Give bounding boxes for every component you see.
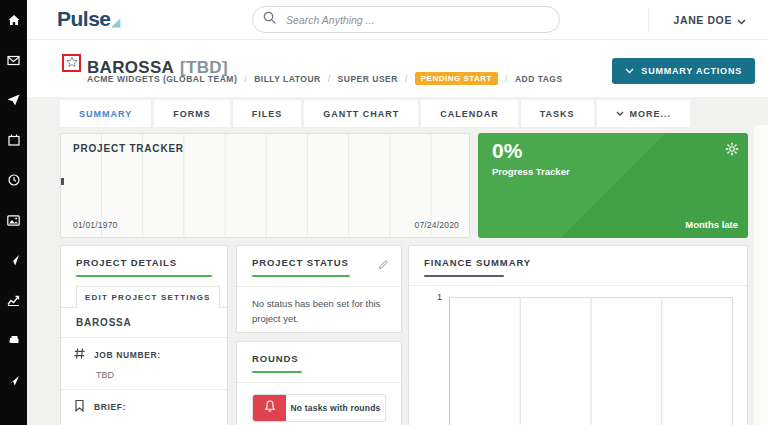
header-divider: [648, 7, 649, 33]
tab-label: CALENDAR: [440, 109, 499, 119]
edit-project-settings-button[interactable]: EDIT PROJECT SETTINGS: [76, 286, 220, 308]
field-brief: BRIEF:: [61, 390, 227, 425]
image-icon: [7, 215, 20, 226]
divider: [237, 382, 401, 383]
green-underline: [76, 275, 212, 277]
tab-label: SUMMARY: [79, 109, 132, 119]
sidebar-item-share[interactable]: [0, 360, 27, 400]
field-label: BRIEF:: [94, 402, 126, 412]
paper-plane-icon: [7, 94, 20, 106]
tab-more[interactable]: MORE...: [597, 100, 691, 127]
mail-icon: [7, 55, 20, 66]
finance-summary-card: FINANCE SUMMARY 1 USD: [408, 245, 748, 425]
slate-underline: [424, 275, 504, 277]
breadcrumb-separator: /: [405, 74, 408, 84]
green-underline: [252, 371, 302, 373]
logo-mark-icon: ◢: [112, 16, 120, 28]
sidebar-item-send[interactable]: [0, 80, 27, 120]
add-tags-link[interactable]: ADD TAGS: [515, 74, 563, 84]
rounds-empty-state: No tasks with rounds: [252, 394, 386, 422]
project-tracker-title: PROJECT TRACKER: [73, 143, 184, 154]
field-value: TBD: [96, 370, 212, 380]
finance-y-axis-tick: 1: [437, 292, 442, 302]
green-underline: [252, 275, 350, 277]
details-project-name: BAROSSA: [61, 308, 227, 338]
calendar-icon: [8, 134, 20, 146]
sidebar-item-calendar[interactable]: [0, 120, 27, 160]
status-badge[interactable]: PENDING START: [415, 72, 498, 85]
send-arrow-icon: [8, 374, 20, 386]
tab-gantt-chart[interactable]: GANTT CHART: [304, 100, 418, 127]
content-area: SUMMARY FORMS FILES GANTT CHART CALENDAR…: [27, 97, 768, 425]
tab-bar: SUMMARY FORMS FILES GANTT CHART CALENDAR…: [60, 100, 690, 127]
home-icon: [8, 14, 20, 26]
user-name: JANE DOE: [674, 14, 732, 26]
search-input[interactable]: [284, 13, 549, 27]
finance-chart-plot: [449, 297, 733, 425]
breadcrumb-team[interactable]: ACME WIDGETS (GLOBAL TEAM): [87, 74, 237, 84]
sidebar-item-home[interactable]: [0, 0, 27, 40]
project-title-bar: BAROSSA[TBD] ACME WIDGETS (GLOBAL TEAM) …: [27, 41, 768, 97]
summary-actions-button[interactable]: SUMMARY ACTIONS: [612, 58, 755, 84]
top-header: Pulse◢ JANE DOE: [27, 0, 768, 40]
tab-label: GANTT CHART: [323, 109, 399, 119]
tab-files[interactable]: FILES: [233, 100, 302, 127]
global-search[interactable]: [252, 6, 560, 33]
progress-note: Months late: [685, 219, 738, 230]
search-icon: [263, 11, 277, 29]
breadcrumb-separator: /: [328, 74, 331, 84]
tab-label: FILES: [252, 109, 283, 119]
project-status-card: PROJECT STATUS No status has been set fo…: [236, 245, 402, 333]
bookmark-icon: [73, 398, 86, 416]
bell-button[interactable]: [253, 395, 286, 421]
divider: [409, 285, 747, 286]
breadcrumb-role[interactable]: SUPER USER: [338, 74, 398, 84]
chart-line-icon: [7, 295, 20, 306]
sidebar: [0, 0, 27, 425]
chevron-down-icon: [616, 111, 624, 116]
tab-label: MORE...: [630, 109, 672, 119]
tab-label: FORMS: [173, 109, 211, 119]
scrollbar-track[interactable]: [754, 125, 768, 425]
breadcrumb-separator: /: [244, 74, 247, 84]
edit-settings-row: EDIT PROJECT SETTINGS: [61, 277, 227, 308]
progress-tracker-card: 0% Progress Tracker Months late: [478, 133, 748, 238]
star-icon: [66, 54, 78, 72]
project-status-title: PROJECT STATUS: [252, 257, 386, 268]
sidebar-item-media[interactable]: [0, 200, 27, 240]
sidebar-item-mail[interactable]: [0, 40, 27, 80]
breadcrumb: ACME WIDGETS (GLOBAL TEAM) / BILLY LATOU…: [87, 72, 563, 85]
rounds-empty-message: No tasks with rounds: [286, 395, 385, 421]
project-status-message: No status has been set for this project …: [237, 287, 401, 336]
chevron-down-icon: [625, 66, 634, 76]
rounds-title: ROUNDS: [252, 353, 386, 364]
tab-label: TASKS: [540, 109, 575, 119]
tab-tasks[interactable]: TASKS: [521, 100, 594, 127]
field-label: JOB NUMBER:: [94, 350, 161, 360]
project-details-title: PROJECT DETAILS: [76, 257, 212, 268]
sidebar-item-history[interactable]: [0, 160, 27, 200]
project-tracker-panel: PROJECT TRACKER 01/01/1970 07/24/2020: [60, 133, 470, 238]
tab-summary[interactable]: SUMMARY: [60, 100, 151, 127]
sidebar-item-navigate[interactable]: [0, 240, 27, 280]
edit-pencil-icon[interactable]: [378, 256, 389, 274]
user-menu[interactable]: JANE DOE: [674, 0, 746, 40]
chevron-down-icon: [737, 11, 746, 29]
tracker-end-date: 07/24/2020: [414, 220, 459, 230]
tab-forms[interactable]: FORMS: [154, 100, 230, 127]
gear-icon[interactable]: [725, 142, 739, 160]
breadcrumb-owner[interactable]: BILLY LATOUR: [254, 74, 321, 84]
favorite-star-button[interactable]: [62, 54, 81, 72]
sidebar-item-reports[interactable]: [0, 280, 27, 320]
finance-summary-title: FINANCE SUMMARY: [424, 257, 732, 268]
app-logo[interactable]: Pulse◢: [57, 7, 120, 31]
breadcrumb-separator: /: [505, 74, 508, 84]
app-logo-text: Pulse: [57, 7, 111, 30]
tab-calendar[interactable]: CALENDAR: [421, 100, 518, 127]
project-details-card: PROJECT DETAILS EDIT PROJECT SETTINGS BA…: [60, 245, 228, 425]
summary-actions-label: SUMMARY ACTIONS: [641, 66, 742, 76]
clock-icon: [8, 174, 20, 186]
hash-icon: [73, 346, 86, 364]
field-job-number: JOB NUMBER: TBD: [61, 338, 227, 390]
sidebar-item-docs[interactable]: [0, 320, 27, 360]
